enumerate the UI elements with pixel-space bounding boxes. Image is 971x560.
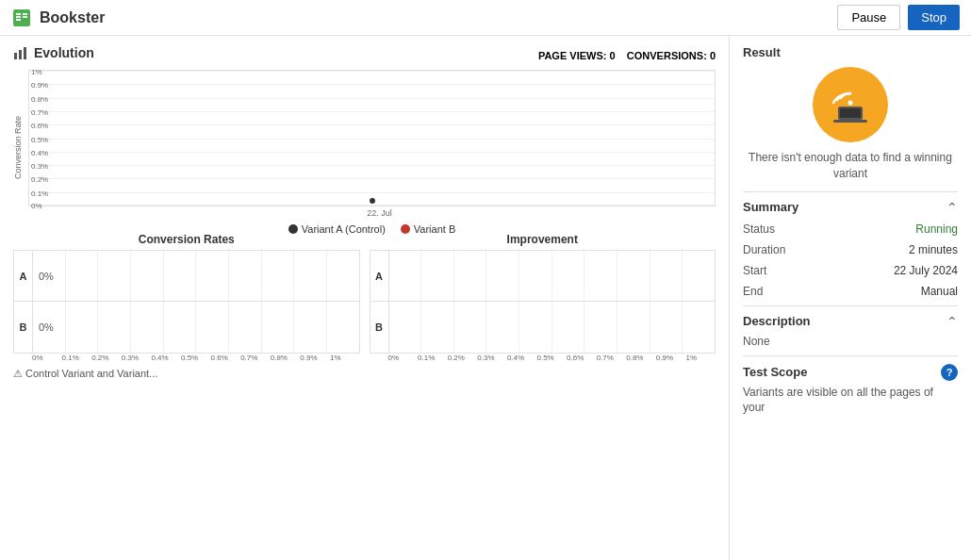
result-message: There isn't enough data to find a winnin… [743,150,958,182]
result-title: Result [743,45,958,59]
grid-line-1: 0.9% [29,84,715,85]
bar-value-a: 0% [39,271,54,282]
bar-label-b: B [14,302,33,353]
legend-variant-b: Variant B [401,223,455,235]
summary-row-start: Start 22 July 2024 [743,264,958,277]
description-chevron-icon: ⌃ [946,314,958,329]
description-value: None [743,335,958,348]
summary-chevron-icon: ⌃ [946,200,958,215]
svg-rect-12 [833,120,867,123]
summary-row-status: Status Running [743,222,958,236]
description-title: Description [743,314,811,328]
right-panel: Result [730,36,971,560]
conversion-rates-chart: A 0% [13,250,360,354]
result-icon-circle [813,67,888,142]
chart-legend: Variant A (Control) Variant B [28,223,716,235]
header-left: Bookster [11,8,105,28]
bar-row-a: A 0% [14,251,359,302]
help-icon[interactable]: ? [941,364,958,381]
page-views-info: PAGE VIEWS: 0 CONVERSIONS: 0 [538,50,716,61]
bar-row-b: B 0% [14,302,359,353]
bar-content-a: 0% [33,251,359,301]
stop-button[interactable]: Stop [908,5,960,30]
grid-line-8: 0.2% [29,178,715,179]
imp-bar-row-a: A [370,251,716,302]
grid-line-6: 0.4% [29,152,715,153]
no-data-icon [826,80,875,129]
summary-val-start: 22 July 2024 [894,264,958,277]
svg-rect-1 [16,13,21,15]
legend-label-b: Variant B [414,223,455,235]
result-icon-wrapper: There isn't enough data to find a winnin… [743,67,958,182]
legend-label-a: Variant A (Control) [302,223,386,235]
summary-row-end: End Manual [743,285,958,298]
test-scope-title: Test Scope [743,365,807,379]
grid-line-2: 0.8% [29,98,715,99]
improvement-title: Improvement [370,233,716,246]
svg-point-9 [848,101,853,106]
summary-key-end: End [743,285,763,298]
summary-header[interactable]: Summary ⌃ [743,200,958,215]
summary-key-duration: Duration [743,243,785,256]
conversion-rates-title: Conversion Rates [13,233,360,246]
svg-rect-2 [16,16,21,18]
evolution-chart-icon [13,45,28,60]
improvement-chart: A B [370,250,716,354]
grid-line-10: 0% [29,205,715,206]
grid-line-3: 0.7% [29,111,715,112]
grid-line-0: 1% [29,71,715,72]
bar-content-b: 0% [33,302,359,353]
legend-dot-b [401,224,410,234]
bar-value-b: 0% [39,321,54,333]
test-scope-header: Test Scope ? [743,364,958,381]
svg-rect-5 [23,16,27,18]
imp-bar-label-a: A [370,251,389,301]
test-scope-text: Variants are visible on all the pages of… [743,385,958,417]
summary-val-status: Running [915,222,958,236]
app-title: Bookster [40,9,105,26]
summary-key-status: Status [743,222,775,236]
legend-variant-a: Variant A (Control) [288,223,386,235]
conversion-rates-x-ticks: 0% 0.1% 0.2% 0.3% 0.4% 0.5% 0.6% 0.7% 0.… [32,354,360,362]
main-layout: Evolution PAGE VIEWS: 0 CONVERSIONS: 0 C… [0,36,971,560]
grid-line-9: 0.1% [29,192,715,193]
pause-button[interactable]: Pause [837,5,900,30]
y-axis-label: Conversion Rate [13,70,28,225]
summary-row-duration: Duration 2 minutes [743,243,958,256]
legend-dot-a [288,224,298,234]
result-section: Result [743,45,958,182]
description-header[interactable]: Description ⌃ [743,314,958,329]
grid-line-7: 0.3% [29,165,715,166]
summary-section: Summary ⌃ Status Running Duration 2 minu… [743,191,958,298]
evolution-title: Evolution [13,45,94,60]
improvement-x-ticks: 0% 0.1% 0.2% 0.3% 0.4% 0.5% 0.6% 0.7% 0.… [388,354,716,362]
summary-val-end: Manual [921,285,958,298]
left-panel: Evolution PAGE VIEWS: 0 CONVERSIONS: 0 C… [0,36,730,560]
svg-rect-8 [24,47,26,59]
grid-line-4: 0.6% [29,124,715,125]
x-axis-area: 22. Jul [43,208,716,218]
description-section: Description ⌃ None [743,305,958,348]
footer-note: ⚠ Control Variant and Variant... [13,368,716,380]
imp-bar-content-b [389,302,716,353]
evolution-chart-wrapper: Conversion Rate 1% 0.9% 0.8% [13,70,716,225]
evolution-header: Evolution PAGE VIEWS: 0 CONVERSIONS: 0 [13,45,716,66]
improvement-block: Improvement A [370,233,716,362]
svg-rect-0 [13,9,30,26]
svg-rect-3 [16,19,21,21]
header: Bookster Pause Stop [0,0,971,36]
svg-rect-4 [23,13,27,15]
chart-dot-a [370,198,375,204]
imp-bar-row-b: B [370,302,716,353]
summary-title: Summary [743,200,798,214]
grid-line-5: 0.5% [29,139,715,140]
summary-key-start: Start [743,264,766,277]
summary-val-duration: 2 minutes [909,243,958,256]
bottom-charts: Conversion Rates A [13,233,716,362]
svg-rect-7 [19,50,22,59]
imp-bar-content-a [389,251,716,301]
svg-rect-11 [840,108,861,118]
bar-label-a: A [14,251,33,301]
conversion-rates-block: Conversion Rates A [13,233,360,362]
svg-rect-6 [14,53,17,59]
